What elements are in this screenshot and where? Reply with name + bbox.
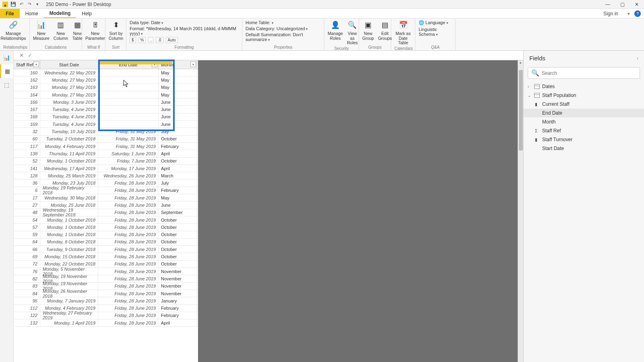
language-dropdown[interactable]: 🌐 Language xyxy=(419,20,448,25)
table-row[interactable]: 52Monday, 1 October 2018Friday, 7 June 2… xyxy=(14,158,198,165)
table-row[interactable]: 168Tuesday, 4 June 2019June xyxy=(14,113,198,121)
new-measure-button[interactable]: 📊New Measure xyxy=(33,20,50,41)
table-row[interactable]: 128Monday, 25 March 2019Wednesday, 26 Ju… xyxy=(14,172,198,179)
linguistic-schema-dropdown[interactable]: Linguistic Schema xyxy=(419,27,452,37)
vertical-scrollbar[interactable]: ▴ xyxy=(518,60,523,362)
table-row[interactable]: 36Monday, 23 July 2018Friday, 28 June 20… xyxy=(14,179,198,187)
table-row[interactable]: 64Monday, 8 October 2018Friday, 28 June … xyxy=(14,239,198,246)
table-row[interactable]: 57Monday, 1 October 2018Friday, 28 June … xyxy=(14,224,198,231)
table-row[interactable]: 32Tuesday, 10 July 2018Friday, 31 May 20… xyxy=(14,128,198,135)
table-row[interactable]: 132Monday, 1 April 2019Friday, 28 June 2… xyxy=(14,319,198,327)
field-node[interactable]: ▮Current Staff xyxy=(524,100,644,109)
field-node[interactable]: Month xyxy=(524,117,644,126)
scrollbar-thumb[interactable] xyxy=(519,70,523,150)
home-table-dropdown[interactable]: Home Table: xyxy=(246,20,274,25)
view-as-roles-button[interactable]: 🔍View as Roles xyxy=(347,20,358,45)
file-tab[interactable]: File xyxy=(0,9,20,18)
cell-month: June xyxy=(159,106,197,113)
manage-relationships-button[interactable]: 🔗 Manage Relationships xyxy=(3,20,23,41)
currency-button[interactable]: $ xyxy=(130,37,136,43)
table-row[interactable]: 160Wednesday, 22 May 2019May xyxy=(14,69,198,76)
help-icon[interactable]: ? xyxy=(634,10,641,17)
formula-bar[interactable]: ✕ ✓ xyxy=(14,51,523,60)
sign-in-link[interactable]: Sign in xyxy=(599,11,623,16)
table-row[interactable]: 66Tuesday, 9 October 2018Friday, 28 June… xyxy=(14,246,198,253)
mark-date-table-button[interactable]: 📅Mark as Date Table xyxy=(394,20,412,45)
tab-home[interactable]: Home xyxy=(20,9,44,18)
data-grid[interactable]: Staff Ref▾ Start Date End Date▾ Month▾ 1… xyxy=(14,60,198,362)
undo-icon[interactable]: ↶ xyxy=(19,2,24,7)
table-row[interactable]: 54Monday, 1 October 2018Friday, 28 June … xyxy=(14,216,198,224)
column-header-staff-ref[interactable]: Staff Ref▾ xyxy=(14,60,40,69)
table-row[interactable]: 162Monday, 27 May 2019May xyxy=(14,76,198,84)
table-row[interactable]: 95Monday, 7 January 2019Friday, 28 June … xyxy=(14,297,198,304)
report-view-icon[interactable]: 📊 xyxy=(0,51,13,64)
table-row[interactable]: 167Tuesday, 4 June 2019June xyxy=(14,106,198,113)
collapse-pane-icon[interactable]: › xyxy=(637,56,638,61)
sort-by-column-button[interactable]: ⬍Sort by Column xyxy=(109,20,123,41)
table-row[interactable]: 164Monday, 27 May 2019May xyxy=(14,91,198,99)
chevron-down-icon[interactable]: ▾ xyxy=(625,10,633,18)
edit-groups-button[interactable]: ▤Edit Groups xyxy=(378,20,392,41)
percent-button[interactable]: % xyxy=(138,37,146,43)
new-group-button[interactable]: ▣New Group xyxy=(362,20,374,41)
decimals-button[interactable]: .0 xyxy=(156,37,163,43)
close-button[interactable]: ✕ xyxy=(630,0,644,9)
field-node[interactable]: End Date xyxy=(524,109,644,117)
auto-button[interactable]: Auto xyxy=(166,37,178,43)
table-icon xyxy=(534,84,540,89)
search-input[interactable] xyxy=(542,70,636,76)
column-header-start-date[interactable]: Start Date xyxy=(40,60,98,69)
minimize-button[interactable]: — xyxy=(601,0,615,9)
table-row[interactable]: 76Monday, 5 November 2018Friday, 28 June… xyxy=(14,268,198,275)
table-row[interactable]: 169Tuesday, 4 June 2019June xyxy=(14,121,198,128)
new-parameter-button[interactable]: 🎚New Parameter xyxy=(85,20,105,41)
field-node[interactable]: ΣStaff Ref xyxy=(524,126,644,135)
table-row[interactable]: 59Monday, 1 October 2018Friday, 28 June … xyxy=(14,231,198,239)
table-row[interactable]: 166Monday, 3 June 2019June xyxy=(14,99,198,106)
default-summarization-dropdown[interactable]: Default Summarization: Don't summarize xyxy=(246,32,321,42)
table-row[interactable]: 6Monday, 19 February 2018Friday, 28 June… xyxy=(14,187,198,194)
table-row[interactable]: 82Monday, 19 November 2018Friday, 28 Jun… xyxy=(14,275,198,282)
field-node[interactable]: ▮Staff Turnover xyxy=(524,135,644,144)
new-table-button[interactable]: ▦New Table xyxy=(72,20,83,41)
cell-staff-ref: 57 xyxy=(14,224,40,230)
save-icon[interactable]: 💾 xyxy=(10,2,16,7)
commit-formula-icon[interactable]: ✓ xyxy=(28,52,32,58)
tab-modeling[interactable]: Modeling xyxy=(44,9,76,18)
qat-dropdown-icon[interactable]: ▾ xyxy=(35,2,40,7)
field-node[interactable]: Start Date xyxy=(524,144,644,153)
filter-icon[interactable]: ▾ xyxy=(190,62,196,67)
format-dropdown[interactable]: Format: *Wednesday, 14 March 2001 (dddd,… xyxy=(130,26,239,36)
table-row[interactable]: 69Monday, 15 October 2018Friday, 28 June… xyxy=(14,253,198,260)
tab-help[interactable]: Help xyxy=(76,9,97,18)
maximize-button[interactable]: ▢ xyxy=(615,0,630,9)
table-row[interactable]: 141Wednesday, 17 April 2019Monday, 17 Ju… xyxy=(14,165,198,172)
data-category-dropdown[interactable]: Data Category: Uncategorized xyxy=(246,26,308,31)
data-type-dropdown[interactable]: Data type: Date xyxy=(130,20,163,25)
table-row[interactable]: 112Monday, 4 February 2019Friday, 28 Jun… xyxy=(14,305,198,312)
redo-icon[interactable]: ↷ xyxy=(27,2,32,7)
fields-search[interactable]: 🔍 xyxy=(528,67,640,79)
table-row[interactable]: 72Monday, 22 October 2018Friday, 28 June… xyxy=(14,261,198,268)
cell-month: October xyxy=(159,253,197,260)
table-row[interactable]: 84Monday, 26 November 2018Friday, 28 Jun… xyxy=(14,290,198,297)
table-row[interactable]: 60Tuesday, 2 October 2018Friday, 31 May … xyxy=(14,136,198,143)
model-view-icon[interactable]: ⬚ xyxy=(0,78,13,92)
cancel-formula-icon[interactable]: ✕ xyxy=(19,52,24,58)
table-row[interactable]: 138Thursday, 11 April 2019Saturday, 1 Ju… xyxy=(14,150,198,157)
table-node[interactable]: ⌄Staff Population xyxy=(524,91,644,100)
table-row[interactable]: 83Monday, 19 November 2018Friday, 28 Jun… xyxy=(14,283,198,290)
table-node[interactable]: ›Dates xyxy=(524,82,644,91)
new-column-button[interactable]: ▥New Column xyxy=(54,20,68,41)
manage-roles-button[interactable]: 👤Manage Roles xyxy=(328,20,343,41)
table-row[interactable]: 27Monday, 25 June 2018Friday, 28 June 20… xyxy=(14,202,198,209)
data-view-icon[interactable]: ▦ xyxy=(0,64,13,78)
table-row[interactable]: 48Wednesday, 19 September 2018Friday, 28… xyxy=(14,209,198,216)
table-row[interactable]: 17Wednesday, 30 May 2018Friday, 28 June … xyxy=(14,194,198,202)
table-row[interactable]: 163Monday, 27 May 2019May xyxy=(14,84,198,91)
thousands-button[interactable]: , xyxy=(148,37,153,43)
table-row[interactable]: 122Wednesday, 27 February 2019Friday, 28… xyxy=(14,312,198,319)
filter-icon[interactable]: ▾ xyxy=(33,62,39,67)
table-row[interactable]: 117Monday, 4 February 2019Friday, 31 May… xyxy=(14,143,198,150)
